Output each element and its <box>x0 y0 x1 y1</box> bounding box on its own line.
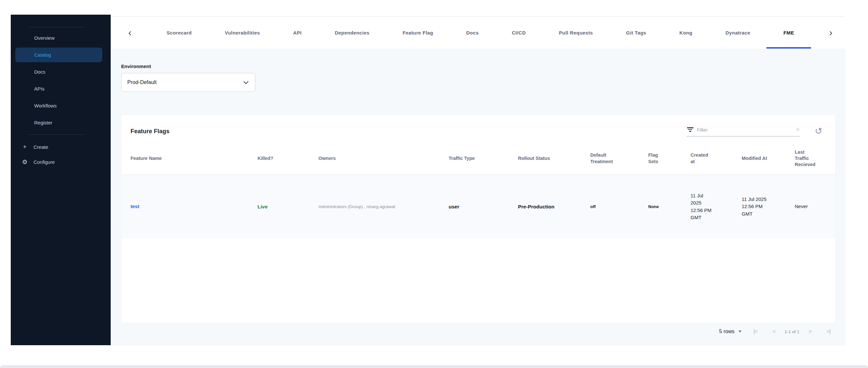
prev-page-icon[interactable]: < <box>773 328 776 335</box>
rows-per-page-select[interactable]: 5 rows <box>719 329 742 334</box>
refresh-icon[interactable]: ↺ <box>815 127 823 136</box>
last-traffic-value: Never <box>795 203 808 210</box>
sidebar-item-overview[interactable]: Overview <box>11 31 111 45</box>
killed-status: Live <box>257 203 268 210</box>
tab-vulnerabilities[interactable]: Vulnerabilities <box>225 17 260 49</box>
tab-bar: ‹ Scorecard Vulnerabilities API Dependen… <box>111 17 845 49</box>
tabs-scroll-right-icon[interactable]: › <box>827 17 834 49</box>
default-treatment-value: off <box>590 204 596 210</box>
configure-button[interactable]: ⚙ Configure <box>11 154 111 170</box>
col-header-last-traffic: Last Traffic Recieved <box>795 149 836 168</box>
next-page-icon[interactable]: > <box>808 328 811 335</box>
main-panel: ‹ Scorecard Vulnerabilities API Dependen… <box>111 16 845 345</box>
feature-flags-card: Feature Flags × ↺ Feature Name Killed? O… <box>121 115 836 323</box>
plus-icon: + <box>21 143 29 150</box>
sidebar-item-workflows[interactable]: Workflows <box>11 98 111 113</box>
traffic-type-value: user <box>448 203 459 210</box>
col-header-owners: Owners <box>318 155 448 161</box>
tab-scorecard[interactable]: Scorecard <box>167 17 192 49</box>
sidebar-nav: Overview Catalog Docs APIs Workflows Reg… <box>11 14 111 170</box>
first-page-icon[interactable]: |< <box>753 328 757 335</box>
clear-filter-icon[interactable]: × <box>796 126 800 133</box>
col-header-killed: Killed? <box>257 155 318 161</box>
col-header-rollout-status: Rollout Status <box>518 155 590 161</box>
col-header-flag-sets: Flag Sets <box>648 152 690 164</box>
table-header-row: Feature Name Killed? Owners Traffic Type… <box>121 142 835 175</box>
feature-flags-title: Feature Flags <box>130 128 169 135</box>
filter-input[interactable] <box>697 127 793 132</box>
caret-down-icon <box>738 331 742 333</box>
sidebar-item-apis[interactable]: APIs <box>11 82 111 96</box>
tab-feature-flag[interactable]: Feature Flag <box>402 17 433 49</box>
tab-dependencies[interactable]: Dependencies <box>335 17 370 49</box>
tab-fme[interactable]: FME <box>783 17 794 49</box>
filter-box: × <box>687 126 800 136</box>
environment-selected-value: Prod-Default <box>127 80 157 85</box>
sidebar-item-register[interactable]: Register <box>11 115 111 130</box>
modified-at-value: 11 Jul 2025 12:56 PM GMT <box>742 196 773 218</box>
sidebar-divider-top <box>29 27 85 27</box>
created-at-value: 11 Jul 2025 12:56 PM GMT <box>690 192 713 221</box>
chevron-down-icon <box>244 79 249 84</box>
sidebar-divider-bottom <box>29 134 85 135</box>
rows-per-page-value: 5 rows <box>719 329 735 334</box>
flag-sets-value: None <box>648 204 659 210</box>
tabs-scroll-left-icon[interactable]: ‹ <box>126 17 133 49</box>
last-page-icon[interactable]: >| <box>826 328 831 335</box>
sidebar-item-docs[interactable]: Docs <box>11 64 111 79</box>
environment-label: Environment <box>121 63 836 69</box>
configure-label: Configure <box>34 159 55 165</box>
col-header-modified-at: Modified At <box>742 155 795 161</box>
col-header-traffic-type: Traffic Type <box>448 155 518 161</box>
sidebar: Overview Catalog Docs APIs Workflows Reg… <box>11 14 111 345</box>
bottom-window-edge <box>0 365 868 368</box>
tab-docs[interactable]: Docs <box>466 17 478 49</box>
tab-pull-requests[interactable]: Pull Requests <box>559 17 593 49</box>
col-header-created-at: Created at <box>690 152 742 164</box>
tab-cicd[interactable]: CI/CD <box>512 17 526 49</box>
table-row: test Live Administrators (Group) , nisar… <box>121 175 835 238</box>
col-header-default-treatment: Default Treatment <box>590 152 648 164</box>
filter-icon <box>687 127 694 132</box>
pagination-bar: 5 rows |< < 1-1 of 1 > >| <box>121 323 836 340</box>
environment-select[interactable]: Prod-Default <box>121 73 255 92</box>
tab-dynatrace[interactable]: Dynatrace <box>725 17 750 49</box>
rollout-status-value: Pre-Production <box>518 203 555 210</box>
tab-git-tags[interactable]: Git Tags <box>626 17 646 49</box>
content-area: Environment Prod-Default Feature Flags ×… <box>111 49 845 345</box>
page-range: 1-1 of 1 <box>785 329 800 334</box>
gear-icon: ⚙ <box>21 158 29 166</box>
col-header-feature-name: Feature Name <box>130 155 257 161</box>
create-button[interactable]: + Create <box>11 140 111 154</box>
tab-api[interactable]: API <box>293 17 302 49</box>
feature-name-link[interactable]: test <box>130 203 140 210</box>
owners-value: Administrators (Group) , nisarg.agrawal <box>318 204 395 210</box>
create-label: Create <box>34 144 48 150</box>
sidebar-item-catalog[interactable]: Catalog <box>15 48 102 62</box>
tab-kong[interactable]: Kong <box>680 17 692 49</box>
